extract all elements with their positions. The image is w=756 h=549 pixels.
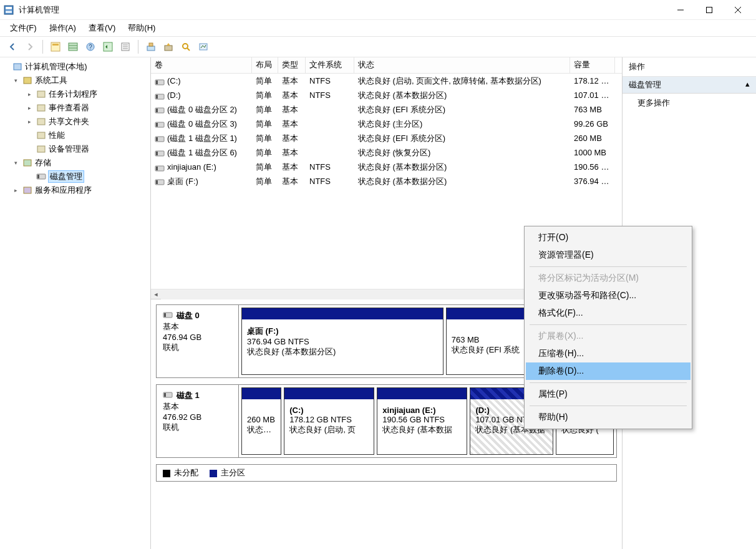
- tree-item-0-0[interactable]: ▸任务计划程序: [0, 87, 150, 101]
- list-row[interactable]: (磁盘 0 磁盘分区 3)简单基本状态良好 (主分区)99.26 GB: [151, 117, 622, 131]
- list-row[interactable]: (C:)简单基本NTFS状态良好 (启动, 页面文件, 故障转储, 基本数据分区…: [151, 74, 622, 88]
- tree-group-2[interactable]: ▸服务和应用程序: [0, 183, 150, 197]
- forward-button[interactable]: [22, 39, 37, 54]
- svg-rect-28: [37, 105, 45, 111]
- menu-item-3[interactable]: 帮助(H): [122, 21, 162, 35]
- menu-item-1[interactable]: 操作(A): [43, 21, 82, 35]
- context-item-3: 将分区标记为活动分区(M): [526, 270, 691, 287]
- col-volume[interactable]: 卷: [151, 57, 252, 73]
- partition-1-1[interactable]: (C:)178.12 GB NTFS状态良好 (启动, 页: [284, 387, 374, 455]
- volume-icon: [155, 79, 163, 85]
- svg-rect-53: [164, 313, 166, 317]
- properties-button[interactable]: [118, 39, 133, 54]
- tree-group-1[interactable]: ▾存储: [0, 156, 150, 170]
- svg-rect-4: [707, 7, 712, 12]
- tree-item-0-1[interactable]: ▸事件查看器: [0, 101, 150, 115]
- disk-info-0[interactable]: 磁盘 0基本476.94 GB联机: [157, 305, 239, 377]
- context-item-9[interactable]: 删除卷(D)...: [526, 362, 691, 380]
- svg-rect-1: [6, 7, 12, 9]
- volume-icon: [155, 121, 163, 127]
- col-type[interactable]: 类型: [278, 57, 306, 73]
- context-item-0[interactable]: 打开(O): [526, 229, 691, 246]
- volume-icon: [155, 93, 163, 99]
- svg-rect-34: [37, 175, 39, 178]
- view-button-2[interactable]: [65, 39, 80, 54]
- svg-rect-55: [164, 393, 166, 397]
- list-row[interactable]: (D:)简单基本NTFS状态良好 (基本数据分区)107.01 GB: [151, 88, 622, 102]
- view-button-1[interactable]: [48, 39, 63, 54]
- folder-icon: [22, 75, 32, 85]
- tool-button-a[interactable]: [143, 39, 158, 54]
- tree-item-1-0[interactable]: 磁盘管理: [0, 170, 150, 183]
- menu-item-2[interactable]: 查看(V): [82, 21, 122, 35]
- actions-more-label: 更多操作: [637, 98, 670, 107]
- disk-info-1[interactable]: 磁盘 1基本476.92 GB联机: [157, 385, 239, 457]
- col-capacity[interactable]: 容量: [570, 57, 615, 73]
- menu-bar: 文件(F)操作(A)查看(V)帮助(H): [0, 20, 756, 36]
- list-row[interactable]: (磁盘 1 磁盘分区 1)简单基本状态良好 (EFI 系统分区)260 MB: [151, 131, 622, 145]
- refresh-button[interactable]: [100, 39, 115, 54]
- svg-rect-21: [165, 46, 172, 51]
- tool-button-b[interactable]: [161, 39, 176, 54]
- maximize-button[interactable]: [695, 0, 724, 20]
- svg-point-22: [183, 44, 188, 49]
- svg-rect-45: [156, 137, 158, 141]
- actions-more[interactable]: 更多操作: [623, 94, 756, 112]
- volume-icon: [155, 107, 163, 113]
- volume-icon: [155, 150, 163, 156]
- svg-rect-20: [149, 43, 153, 46]
- menu-item-0[interactable]: 文件(F): [4, 21, 43, 35]
- tree-item-0-2[interactable]: ▸共享文件夹: [0, 115, 150, 129]
- list-row[interactable]: (磁盘 0 磁盘分区 2)简单基本状态良好 (EFI 系统分区)763 MB: [151, 102, 622, 117]
- actions-group-label: 磁盘管理: [629, 79, 661, 90]
- svg-rect-24: [200, 44, 207, 50]
- title-bar: 计算机管理: [0, 0, 756, 20]
- list-row[interactable]: 桌面 (F:)简单基本NTFS状态良好 (基本数据分区)376.94 GB: [151, 174, 622, 188]
- svg-rect-25: [14, 64, 21, 70]
- svg-rect-30: [37, 132, 45, 138]
- col-fs[interactable]: 文件系统: [306, 57, 354, 73]
- list-row[interactable]: xinjiajuan (E:)简单基本NTFS状态良好 (基本数据分区)190.…: [151, 160, 622, 174]
- partition-1-0[interactable]: 260 MB状态良好: [241, 387, 281, 455]
- tool-button-d[interactable]: [196, 39, 211, 54]
- svg-rect-14: [104, 42, 112, 51]
- node-icon: [36, 172, 46, 182]
- tree-item-0-3[interactable]: 性能: [0, 129, 150, 142]
- svg-rect-9: [69, 43, 77, 51]
- tree-root[interactable]: 计算机管理(本地): [0, 60, 150, 74]
- context-item-4[interactable]: 更改驱动器号和路径(C)...: [526, 287, 691, 304]
- back-button[interactable]: [5, 39, 20, 54]
- svg-rect-41: [156, 109, 158, 112]
- help-button[interactable]: ?: [83, 39, 98, 54]
- col-status[interactable]: 状态: [354, 57, 570, 73]
- list-header: 卷 布局 类型 文件系统 状态 容量: [151, 57, 622, 74]
- svg-line-23: [187, 48, 190, 51]
- tree-pane: 计算机管理(本地)▾系统工具▸任务计划程序▸事件查看器▸共享文件夹性能设备管理器…: [0, 57, 151, 549]
- minimize-button[interactable]: [666, 0, 695, 20]
- svg-rect-37: [156, 80, 158, 84]
- tool-button-c[interactable]: [178, 39, 193, 54]
- svg-rect-51: [156, 180, 158, 184]
- partition-0-0[interactable]: 桌面 (F:)376.94 GB NTFS状态良好 (基本数据分区): [241, 308, 443, 375]
- close-button[interactable]: [724, 0, 752, 20]
- col-layout[interactable]: 布局: [252, 57, 278, 73]
- context-separator: [530, 324, 687, 325]
- computer-icon: [12, 62, 22, 72]
- list-row[interactable]: (磁盘 1 磁盘分区 6)简单基本状态良好 (恢复分区)1000 MB: [151, 145, 622, 160]
- node-icon: [36, 144, 46, 154]
- context-item-11[interactable]: 属性(P): [526, 386, 691, 403]
- context-item-8[interactable]: 压缩卷(H)...: [526, 345, 691, 362]
- tree-item-0-4[interactable]: 设备管理器: [0, 142, 150, 156]
- context-item-1[interactable]: 资源管理器(E): [526, 246, 691, 264]
- window-title: 计算机管理: [19, 4, 666, 16]
- context-item-5[interactable]: 格式化(F)...: [526, 304, 691, 322]
- context-separator: [530, 382, 687, 383]
- context-item-7: 扩展卷(X)...: [526, 328, 691, 345]
- context-item-13[interactable]: 帮助(H): [526, 409, 691, 426]
- partition-1-2[interactable]: xinjiajuan (E:)190.56 GB NTFS状态良好 (基本数据: [377, 387, 467, 455]
- tree-group-0[interactable]: ▾系统工具: [0, 74, 150, 87]
- svg-rect-8: [52, 44, 59, 46]
- svg-text:?: ?: [89, 44, 92, 51]
- svg-rect-47: [156, 152, 158, 155]
- actions-group-title[interactable]: 磁盘管理 ▴: [623, 77, 756, 94]
